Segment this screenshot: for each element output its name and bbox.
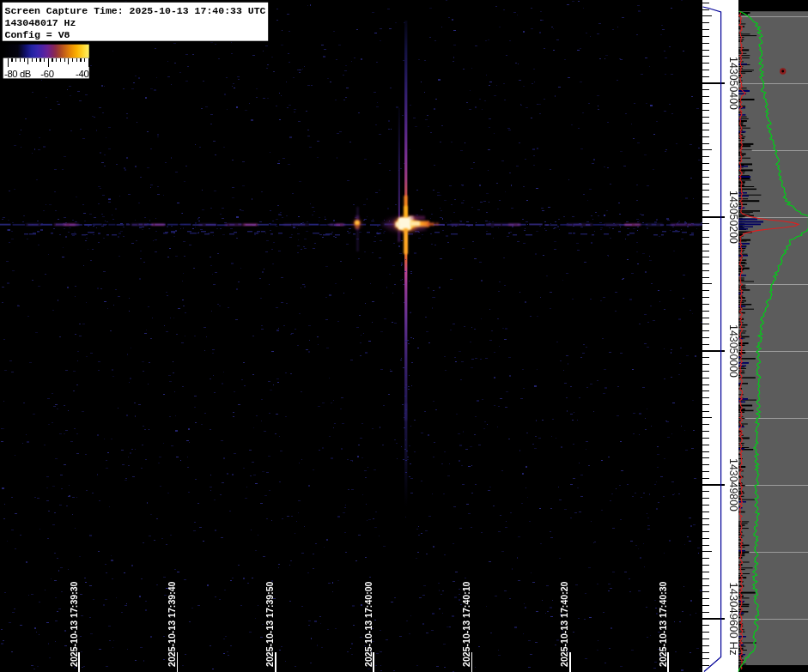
svg-text:143049800: 143049800 <box>727 458 739 512</box>
svg-text:2025-10-13 17:40:00: 2025-10-13 17:40:00 <box>364 581 374 667</box>
svg-text:143050200: 143050200 <box>727 191 739 244</box>
svg-text:143050000: 143050000 <box>727 324 739 378</box>
svg-text:2025-10-13 17:39:50: 2025-10-13 17:39:50 <box>265 581 275 667</box>
svg-text:-40: -40 <box>76 69 88 79</box>
svg-text:2025-10-13 17:40:20: 2025-10-13 17:40:20 <box>560 581 569 667</box>
svg-text:2025-10-13 17:40:30: 2025-10-13 17:40:30 <box>659 581 668 667</box>
svg-text:Screen Capture Time: 2025-10-1: Screen Capture Time: 2025-10-13 17:40:33… <box>5 5 266 16</box>
svg-text:2025-10-13 17:40:10: 2025-10-13 17:40:10 <box>462 581 471 667</box>
svg-text:143049600 Hz: 143049600 Hz <box>727 583 739 656</box>
svg-text:Config = V8: Config = V8 <box>5 29 70 40</box>
svg-text:143048017 Hz: 143048017 Hz <box>5 17 76 28</box>
svg-text:2025-10-13 17:39:40: 2025-10-13 17:39:40 <box>167 581 177 667</box>
svg-text:2025-10-13 17:39:30: 2025-10-13 17:39:30 <box>70 581 79 667</box>
svg-text:-80 dB: -80 dB <box>4 69 31 79</box>
svg-text:-60: -60 <box>40 69 53 79</box>
svg-text:143050400: 143050400 <box>727 57 739 110</box>
